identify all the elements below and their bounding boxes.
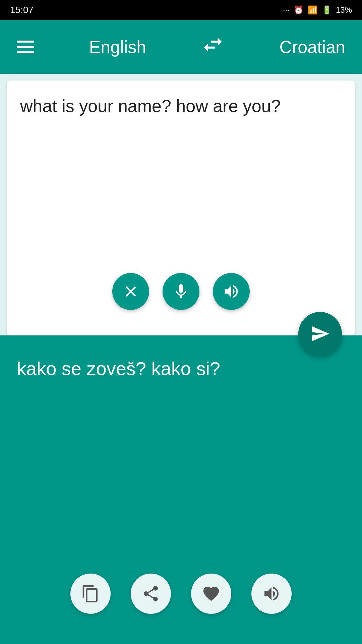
microphone-button[interactable] <box>163 273 199 310</box>
speak-source-button[interactable] <box>213 273 250 310</box>
source-text-input[interactable] <box>20 94 342 262</box>
swap-languages-button[interactable] <box>201 33 225 61</box>
status-time: 15:07 <box>10 5 34 15</box>
alarm-icon: ⏰ <box>294 5 304 15</box>
translated-text: kako se zoveš? kako si? <box>17 356 345 382</box>
status-icons: ··· ⏰ 📶 🔋 13% <box>283 5 352 15</box>
toolbar: English Croatian <box>0 20 362 74</box>
favorite-button[interactable] <box>191 574 231 614</box>
speak-output-button[interactable] <box>251 574 292 614</box>
input-action-buttons <box>20 273 342 310</box>
battery-icon: 🔋 <box>322 5 332 15</box>
copy-button[interactable] <box>70 574 111 614</box>
battery-percent: 13% <box>336 5 352 15</box>
share-button[interactable] <box>131 574 171 614</box>
sim-icon: 📶 <box>308 5 318 15</box>
source-language[interactable]: English <box>89 37 146 57</box>
main-content: kako se zoveš? kako si? <box>0 74 362 644</box>
status-bar: 15:07 ··· ⏰ 📶 🔋 13% <box>0 0 362 20</box>
menu-button[interactable] <box>17 41 34 53</box>
output-panel: kako se zoveš? kako si? <box>0 335 362 644</box>
translate-button[interactable] <box>298 312 342 356</box>
output-action-buttons <box>17 574 345 614</box>
dots-icon: ··· <box>283 5 290 15</box>
input-panel <box>7 80 355 335</box>
target-language[interactable]: Croatian <box>279 37 345 57</box>
clear-button[interactable] <box>112 273 149 310</box>
